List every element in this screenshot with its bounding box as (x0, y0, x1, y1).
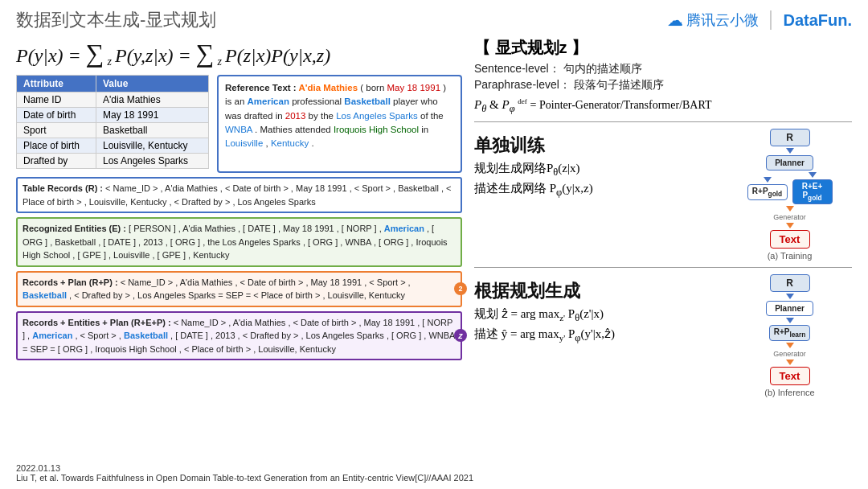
training-formula2: 描述生成网络 Pφ(y|x,z) (474, 181, 721, 199)
text-node-inference: Text (770, 367, 810, 385)
diagram-R-node: R (770, 129, 810, 146)
badge-2: 2 (454, 282, 467, 295)
reference-box: Reference Text : A'dia Mathies ( born Ma… (217, 75, 462, 173)
formula-sum2: ∑ (196, 39, 215, 68)
formula-z1: z (108, 55, 112, 68)
generator-label: Generator (773, 213, 806, 221)
rep-gold-node: R+E+Pgold (792, 179, 833, 204)
inference-diagram-label: (b) Inference (727, 388, 852, 397)
records-plan-box: Records + Plan (R+P) : < Name_ID > , A'd… (16, 271, 462, 307)
training-content: 单独训练 规划生成网络Pθ(z|x) 描述生成网络 Pφ(y|x,z) (474, 129, 721, 261)
divider1 (474, 121, 852, 122)
table-row: Drafted byLos Angeles Sparks (17, 154, 209, 169)
ref-in: in (421, 125, 428, 134)
datafun-logo: DataFun. (783, 11, 852, 30)
ref-american: American (248, 97, 289, 106)
def-equals: = (530, 99, 539, 111)
ref-attended: . Mathies attended (255, 125, 334, 134)
inf-R-node: R (770, 274, 810, 292)
col-header-value: Value (96, 76, 209, 92)
records-box: Table Records (R) : < Name_ID > , A'dia … (16, 177, 462, 213)
ref-title: Reference Text : (225, 83, 298, 92)
diagram-planner-node: Planner (766, 155, 813, 171)
ref-kentucky: Kentucky (271, 138, 309, 148)
entities-box: Recognized Entities (E) : [ PERSON ] , A… (16, 217, 462, 267)
ref-wnba: WNBA (225, 125, 252, 134)
right-panel: 【 显式规划z 】 Sentence-level： 句内的描述顺序 Paraph… (474, 37, 852, 397)
left-panel: P(y|x) = ∑ z P(y,z|x) = ∑ z P(z|x)P(y|x,… (16, 37, 462, 397)
logo-divider (770, 10, 772, 30)
footer-date: 2022.01.13 (16, 463, 60, 473)
inf-planner-node: Planner (766, 301, 813, 316)
training-title: 单独训练 (474, 134, 721, 158)
training-diagram-label: (a) Training (727, 251, 852, 261)
formula-pzpy: P(z|x)P(y|x,z) (225, 45, 330, 66)
ref-basketball: Basketball (344, 97, 391, 106)
arrow-gen-text (786, 223, 794, 228)
formula-sum1: ∑ (86, 39, 104, 68)
text-node-training: Text (770, 230, 810, 249)
pointer-amp: & (489, 98, 502, 111)
ref-of: of the (420, 111, 444, 121)
rpgold-node: R+Pgold (747, 184, 788, 200)
ref-born: ( born (360, 83, 387, 92)
inference-flow: R Planner R+Plearn Generator Text (727, 274, 852, 385)
ref-sparks: Los Angeles Sparks (336, 111, 418, 121)
divider2 (474, 267, 852, 268)
records-title: Table Records (R) : (23, 183, 105, 193)
ref-name: A'dia Mathies (298, 83, 358, 92)
inf-arrow2 (786, 318, 794, 323)
rep-title: Records + Entities + Plan (R+E+P) : (23, 318, 174, 327)
inference-formula2: 描述 ŷ = arg maxy' Pφ(y'|x,ẑ) (474, 327, 721, 344)
sentence-level: Sentence-level： 句内的描述顺序 (474, 62, 852, 76)
inference-section: 根据规划生成 规划 ẑ = arg maxz' Pθ(z'|x) 描述 ŷ = … (474, 274, 852, 397)
pointer-theta: θ (481, 103, 486, 114)
data-table-container: Attribute Value Name IDA'dia Mathies Dat… (16, 75, 209, 173)
arrow-to-generator (786, 206, 794, 212)
table-row: Name IDA'dia Mathies (17, 92, 209, 108)
entities-title: Recognized Entities (E) : (23, 224, 129, 233)
bracket-title: 【 显式规划z 】 (474, 37, 852, 59)
ref-year: 2013 (285, 111, 306, 121)
cloud-icon: ☁ (667, 10, 683, 30)
left-branch: R+Pgold (747, 177, 788, 200)
inference-title: 根据规划生成 (474, 279, 721, 303)
table-row: Place of birthLouisville, Kentucky (17, 138, 209, 154)
inf-arrow4 (786, 360, 794, 365)
header: 数据到文本生成-显式规划 ☁ 腾讯云小微 DataFun. (16, 8, 852, 32)
inference-formula1: 规划 ẑ = arg maxz' Pθ(z'|x) (474, 306, 721, 324)
arrow-planner-right (809, 172, 817, 178)
attribute-table: Attribute Value Name IDA'dia Mathies Dat… (16, 75, 209, 169)
inf-arrow3 (786, 343, 794, 348)
ref-by: by the (309, 111, 337, 121)
footer-citation: 2022.01.13 Liu T, et al. Towards Faithfu… (16, 463, 473, 483)
ref-date: May 18 1991 (387, 83, 441, 92)
pointer-desc: Pointer-Generator/Transformer/BART (539, 99, 712, 111)
table-row: Date of birthMay 18 1991 (17, 108, 209, 123)
badge-z: z (454, 329, 467, 342)
ref-pro: professional (292, 97, 344, 106)
pointer-p-phi: P (502, 98, 509, 111)
pointer-p-theta: P (474, 98, 481, 111)
inf-generator-label: Generator (773, 350, 806, 358)
inf-arrow1 (786, 294, 794, 299)
training-flow: R Planner R+Pgold R+E+Pgold (727, 129, 852, 249)
planner-branches: R+Pgold R+E+Pgold (747, 172, 833, 204)
training-section: 单独训练 规划生成网络Pθ(z|x) 描述生成网络 Pφ(y|x,z) R Pl… (474, 129, 852, 261)
arrow-planner-left (764, 177, 772, 183)
arrow-r-planner (786, 148, 794, 154)
inference-diagram: R Planner R+Plearn Generator Text (b) In… (727, 274, 852, 397)
pointer-phi: φ (510, 103, 515, 114)
page-title: 数据到文本生成-显式规划 (16, 8, 216, 32)
rplearn-node: R+Plearn (769, 325, 811, 341)
ref-school: Iroquois High School (334, 125, 419, 134)
footer-text: Liu T, et al. Towards Faithfulness in Op… (16, 473, 473, 483)
ref-louisville: Louisville (225, 138, 263, 148)
pointer-section: Pθ & Pφ def = Pointer-Generator/Transfor… (474, 97, 852, 115)
formula-z2: z (218, 55, 222, 68)
def-symbol: def (518, 97, 527, 105)
training-formula1: 规划生成网络Pθ(z|x) (474, 161, 721, 179)
tencent-logo: ☁ 腾讯云小微 (667, 10, 759, 30)
logo-area: ☁ 腾讯云小微 DataFun. (667, 10, 852, 30)
right-branch: R+E+Pgold (792, 172, 833, 204)
